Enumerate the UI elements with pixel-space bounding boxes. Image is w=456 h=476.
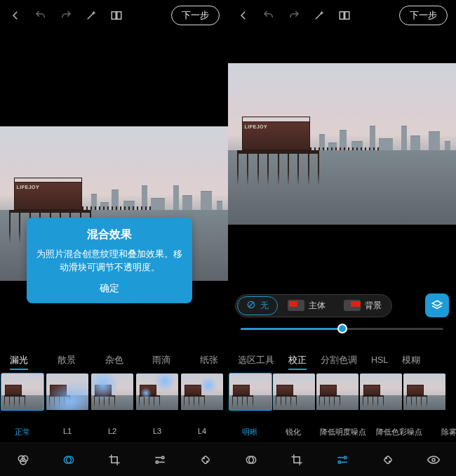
adjust-thumbnails <box>228 372 456 427</box>
eye-icon[interactable] <box>427 453 441 467</box>
bottom-toolbar <box>0 442 228 476</box>
adjust-thumb-label: 锐化 <box>271 427 315 442</box>
category-tab[interactable]: 雨滴 <box>145 348 177 372</box>
adjust-thumb-label: 明晰 <box>228 427 271 442</box>
adjust-thumb[interactable] <box>273 373 315 410</box>
redo-icon[interactable] <box>283 4 305 27</box>
effect-thumb-label: L2 <box>90 427 135 442</box>
effect-thumb-label: L1 <box>45 427 90 442</box>
adjust-icon[interactable] <box>153 453 167 467</box>
svg-point-22 <box>431 458 434 461</box>
category-tab[interactable]: 散景 <box>51 348 83 372</box>
category-tab[interactable]: 漏光 <box>3 348 35 372</box>
mask-none-button[interactable]: 无 <box>237 296 278 315</box>
top-bar: 下一步 <box>0 0 228 31</box>
svg-point-18 <box>338 461 340 463</box>
adjust-thumb[interactable] <box>316 373 358 410</box>
redo-icon[interactable] <box>55 4 77 27</box>
next-button[interactable]: 下一步 <box>171 6 220 25</box>
svg-rect-9 <box>201 456 210 464</box>
intensity-slider[interactable] <box>241 322 443 336</box>
svg-rect-1 <box>117 12 121 20</box>
effect-thumb[interactable] <box>181 373 223 410</box>
svg-point-10 <box>203 457 204 458</box>
left-pane: 下一步 LIFEJOY 混合效果 为照片混合创意 <box>0 0 228 476</box>
wand-icon[interactable] <box>80 4 102 27</box>
category-tab[interactable]: 杂色 <box>98 348 130 372</box>
hint-body: 为照片混合创意纹理和叠加效果。移动滑块可调节不透明度。 <box>36 248 182 275</box>
category-tab[interactable]: 校正 <box>281 348 314 372</box>
back-icon[interactable] <box>4 4 27 27</box>
adjust-thumbnail-labels: 明晰锐化降低明度噪点降低色彩噪点除雾 <box>228 427 456 442</box>
effect-thumb-label: L4 <box>180 427 224 442</box>
svg-rect-13 <box>345 12 349 20</box>
effect-thumb-label: L3 <box>135 427 180 442</box>
right-pane: 下一步 LIFEJOY <box>228 0 456 476</box>
effect-category-tabs: 漏光散景杂色雨滴纸张 <box>0 348 228 372</box>
heal-icon[interactable] <box>381 453 395 467</box>
none-icon <box>246 300 256 312</box>
blend-icon[interactable] <box>62 453 76 467</box>
svg-rect-0 <box>112 12 116 20</box>
effect-thumb[interactable] <box>46 373 88 410</box>
mask-controls: 无 主体 背景 <box>228 278 456 348</box>
undo-icon[interactable] <box>257 4 280 27</box>
heal-icon[interactable] <box>199 453 213 467</box>
category-tab[interactable]: 分割色调 <box>314 348 364 372</box>
svg-point-8 <box>156 461 158 463</box>
subject-thumb-icon <box>288 300 304 311</box>
bottom-toolbar <box>228 442 456 476</box>
mask-background-label: 背景 <box>365 300 382 312</box>
mask-segmented-control: 无 主体 背景 <box>235 294 392 317</box>
photo-sign-text: LIFEJOY <box>245 124 268 129</box>
mask-subject-label: 主体 <box>309 300 326 312</box>
svg-rect-12 <box>340 12 344 20</box>
crop-icon[interactable] <box>290 453 304 467</box>
photo-preview[interactable]: LIFEJOY 混合效果 为照片混合创意纹理和叠加效果。移动滑块可调节不透明度。… <box>0 31 228 348</box>
effect-thumbnail-labels: 正常L1L2L3L4 <box>0 427 228 442</box>
adjust-thumb-label: 降低明度噪点 <box>315 427 371 442</box>
background-thumb-icon <box>344 300 361 311</box>
photo-sign-text: LIFEJOY <box>17 185 40 190</box>
crop-icon[interactable] <box>107 453 121 467</box>
svg-point-21 <box>389 461 390 462</box>
category-tab[interactable]: 纸张 <box>193 348 225 372</box>
adjust-thumb[interactable] <box>229 373 271 410</box>
svg-point-7 <box>161 456 163 458</box>
blend-icon[interactable] <box>244 453 258 467</box>
svg-point-17 <box>344 456 346 458</box>
wand-icon[interactable] <box>308 4 330 27</box>
photo-preview[interactable]: LIFEJOY <box>228 31 456 278</box>
adjust-thumb[interactable] <box>403 373 445 410</box>
svg-point-11 <box>206 461 208 462</box>
compare-icon[interactable] <box>333 4 356 27</box>
effect-thumb[interactable] <box>1 373 43 410</box>
adjust-thumb-label: 除雾 <box>427 427 456 442</box>
top-bar: 下一步 <box>228 0 456 31</box>
filter-icon[interactable] <box>16 453 30 467</box>
back-icon[interactable] <box>232 4 255 27</box>
mask-background-button[interactable]: 背景 <box>335 296 390 315</box>
adjust-icon[interactable] <box>335 453 349 467</box>
effect-thumb[interactable] <box>91 373 133 410</box>
category-tab[interactable]: 选区工具 <box>231 348 281 372</box>
mask-subject-button[interactable]: 主体 <box>279 296 334 315</box>
effect-thumb[interactable] <box>136 373 178 410</box>
next-button[interactable]: 下一步 <box>399 6 448 25</box>
category-tab[interactable]: 模糊 <box>395 348 427 372</box>
undo-icon[interactable] <box>29 4 52 27</box>
mask-none-label: 无 <box>260 300 269 312</box>
hint-title: 混合效果 <box>36 227 182 242</box>
hint-popover: 混合效果 为照片混合创意纹理和叠加效果。移动滑块可调节不透明度。 确定 <box>27 218 192 303</box>
adjust-thumb[interactable] <box>360 373 402 410</box>
effect-thumbnails <box>0 372 228 427</box>
svg-rect-19 <box>384 456 392 464</box>
adjust-category-tabs: 选区工具校正分割色调HSL模糊 <box>228 348 456 372</box>
category-tab[interactable]: HSL <box>364 348 395 372</box>
svg-point-20 <box>385 457 387 458</box>
layers-button[interactable] <box>425 293 449 317</box>
hint-ok-button[interactable]: 确定 <box>36 282 182 295</box>
adjust-thumb-label: 降低色彩噪点 <box>371 427 427 442</box>
compare-icon[interactable] <box>105 4 128 27</box>
slider-thumb-icon[interactable] <box>337 324 347 333</box>
